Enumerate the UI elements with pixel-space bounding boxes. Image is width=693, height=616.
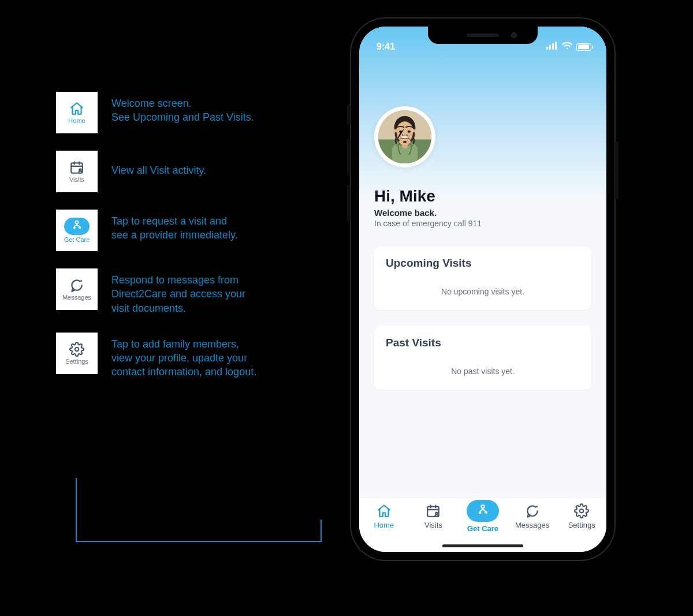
legend-tile-settings[interactable]: Settings <box>56 333 98 374</box>
card-title: Past Visits <box>386 337 580 349</box>
gear-icon <box>574 503 589 518</box>
legend-tile-home[interactable]: Home <box>56 92 98 133</box>
svg-rect-6 <box>546 47 548 50</box>
svg-rect-9 <box>555 42 557 50</box>
legend-row-getcare: Get Care Tap to request a visit and see … <box>56 210 322 251</box>
status-time: 9:41 <box>377 42 395 52</box>
nav-label: Visits <box>424 521 442 529</box>
legend-desc-home: Welcome screen. See Upcoming and Past Vi… <box>111 96 254 125</box>
legend-desc-settings: Tap to add family members, view your pro… <box>111 337 256 379</box>
legend-tile-messages[interactable]: Messages <box>56 268 98 310</box>
legend-row-home: Home Welcome screen. See Upcoming and Pa… <box>56 92 322 133</box>
greeting-subtitle: Welcome back. <box>374 208 591 218</box>
phone-side-button <box>615 141 619 199</box>
phone-frame: 9:41 <box>350 17 616 561</box>
nav-home[interactable]: Home <box>363 503 405 529</box>
legend-row-visits: Visits View all Visit activity. <box>56 151 322 192</box>
legend-desc-getcare: Tap to request a visit and see a provide… <box>111 214 238 242</box>
calendar-user-icon <box>426 503 441 518</box>
svg-rect-8 <box>552 43 554 50</box>
legend-tile-label: Visits <box>69 176 84 183</box>
greeting: Hi, Mike Welcome back. In case of emerge… <box>374 187 591 228</box>
legend-row-settings: Settings Tap to add family members, view… <box>56 333 322 379</box>
wifi-icon <box>561 42 573 52</box>
cellular-icon <box>546 42 558 52</box>
svg-point-21 <box>580 509 584 513</box>
gear-icon <box>69 342 84 357</box>
card-empty-text: No upcoming visits yet. <box>386 287 580 296</box>
nav-label: Messages <box>515 521 549 529</box>
svg-rect-15 <box>403 141 407 142</box>
legend-row-messages: Messages Respond to messages from Direct… <box>56 268 322 315</box>
upcoming-visits-card[interactable]: Upcoming Visits No upcoming visits yet. <box>374 247 591 310</box>
legend-tile-label: Messages <box>62 294 91 301</box>
greeting-note: In case of emergency call 911 <box>374 219 591 228</box>
svg-point-20 <box>536 506 538 507</box>
stethoscope-icon <box>71 219 83 233</box>
legend-connector <box>75 478 322 582</box>
legend-desc-visits: View all Visit activity. <box>111 163 206 177</box>
past-visits-card[interactable]: Past Visits No past visits yet. <box>374 326 591 390</box>
bottom-nav: Home Visits Get Care Me <box>359 498 606 552</box>
phone-side-button <box>347 139 351 176</box>
battery-icon <box>576 43 591 51</box>
calendar-user-icon <box>69 160 84 175</box>
svg-rect-7 <box>549 45 551 50</box>
stethoscope-icon <box>476 503 489 518</box>
nav-settings[interactable]: Settings <box>560 503 603 529</box>
avatar[interactable] <box>374 106 435 167</box>
svg-point-5 <box>75 348 79 352</box>
chat-icon <box>525 503 540 518</box>
home-icon <box>377 503 392 518</box>
legend-tile-label: Get Care <box>64 236 90 243</box>
greeting-title: Hi, Mike <box>374 187 591 206</box>
legend: Home Welcome screen. See Upcoming and Pa… <box>56 92 322 397</box>
legend-tile-visits[interactable]: Visits <box>56 151 98 192</box>
home-indicator <box>442 544 523 547</box>
card-title: Upcoming Visits <box>386 257 580 270</box>
getcare-pill <box>64 218 90 235</box>
legend-tile-label: Home <box>68 117 85 124</box>
nav-label: Get Care <box>467 524 498 533</box>
svg-point-19 <box>479 512 481 514</box>
status-icons <box>546 42 591 52</box>
legend-tile-getcare[interactable]: Get Care <box>56 210 98 251</box>
svg-rect-13 <box>401 136 409 138</box>
nav-messages[interactable]: Messages <box>511 503 554 529</box>
svg-point-3 <box>74 227 75 229</box>
nav-getcare[interactable]: Get Care <box>461 503 504 533</box>
svg-point-4 <box>80 280 82 282</box>
nav-label: Settings <box>568 521 595 529</box>
nav-visits[interactable]: Visits <box>412 503 454 529</box>
getcare-pill <box>467 500 499 522</box>
phone-side-button <box>347 185 351 222</box>
home-content: Hi, Mike Welcome back. In case of emerge… <box>359 54 606 390</box>
chat-icon <box>69 278 84 293</box>
home-icon <box>69 101 84 116</box>
avatar-image <box>378 110 431 163</box>
legend-tile-label: Settings <box>65 358 88 365</box>
nav-label: Home <box>374 521 394 529</box>
phone-side-button <box>347 104 351 125</box>
legend-desc-messages: Respond to messages from Direct2Care and… <box>111 273 245 315</box>
phone-screen: 9:41 <box>359 27 606 552</box>
status-bar: 9:41 <box>359 27 606 54</box>
card-empty-text: No past visits yet. <box>386 367 580 376</box>
